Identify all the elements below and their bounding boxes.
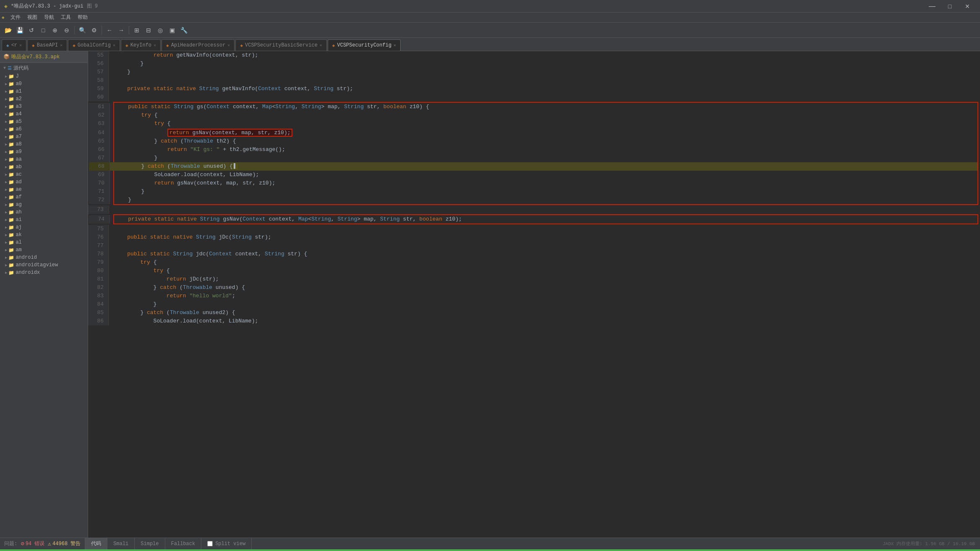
code-line-78: 78 public static String jdc(Context cont… (88, 250, 980, 258)
maximize-button[interactable]: □ (941, 0, 958, 12)
toolbar-zoom-out-btn[interactable]: ⊟ (143, 25, 154, 36)
status-tab-smali[interactable]: Smali (107, 538, 135, 549)
tab-baseapi[interactable]: ◈ BaseAPI ✕ (27, 39, 67, 51)
sidebar-item-ak[interactable]: ▶ 📁 ak (3, 231, 88, 239)
code-line-61: 61 public static String gs(Context conte… (89, 103, 977, 111)
code-line-85: 85 } catch (Throwable unused2) { (88, 309, 980, 317)
sources-icon: ☰ (8, 65, 12, 71)
menu-view[interactable]: 视图 (24, 13, 41, 22)
tab-vcspbasic[interactable]: ◈ VCSPSecurityBasicService ✕ (235, 39, 326, 51)
toolbar-search-btn[interactable]: 🔍 (77, 25, 88, 36)
status-split-view[interactable]: Split view (201, 538, 252, 549)
sidebar-item-ab[interactable]: ▶ 📁 ab (3, 163, 88, 171)
sidebar-item-a1[interactable]: ▶ 📁 a1 (3, 88, 88, 95)
toolbar-open-btn[interactable]: 📂 (3, 25, 13, 36)
sidebar-item-a8[interactable]: ▶ 📁 a8 (3, 140, 88, 148)
code-line-63: 63 try { (89, 120, 977, 128)
tab-vcspbasic-close[interactable]: ✕ (320, 43, 322, 48)
toolbar-sep1 (74, 26, 75, 34)
sidebar-item-ai[interactable]: ▶ 📁 ai (3, 216, 88, 224)
toolbar-zoom-reset-btn[interactable]: ◎ (155, 25, 166, 36)
sidebar-item-ah[interactable]: ▶ 📁 ah (3, 208, 88, 216)
toolbar-save-btn[interactable]: 💾 (14, 25, 25, 36)
tab-r-close[interactable]: ✕ (19, 43, 22, 48)
sidebar-item-ae[interactable]: ▶ 📁 ae (3, 186, 88, 193)
toolbar-fullscreen-btn[interactable]: ▣ (167, 25, 177, 36)
status-tab-code[interactable]: 代码 (85, 538, 107, 549)
code-line-68: 68 } catch (Throwable unused) {▌ (89, 162, 977, 171)
code-line-64: 64 return gsNav(context, map, str, z10); (89, 128, 977, 137)
tab-vcspbasic-icon: ◈ (240, 43, 243, 48)
sidebar-item-J[interactable]: ▶ 📁 J (3, 73, 88, 80)
tab-apiheader[interactable]: ◈ ApiHeaderProcessor ✕ (162, 39, 235, 51)
tab-vcspconfig[interactable]: ◈ VCSPSecurityConfig ✕ (328, 39, 401, 51)
status-tab-fallback[interactable]: Fallback (165, 538, 202, 549)
code-line-71: 71 } (89, 187, 977, 196)
toolbar: 📂 💾 ↺ □ ⊕ ⊖ 🔍 ⚙ ← → ⊞ ⊟ ◎ ▣ 🔧 (0, 23, 980, 38)
sidebar-item-a4[interactable]: ▶ 📁 a4 (3, 110, 88, 118)
tab-keyinfo[interactable]: ◈ KeyInfo ✕ (121, 39, 161, 51)
tab-r[interactable]: ◈ <r ✕ (2, 39, 26, 51)
menu-logo: ◈ (2, 15, 5, 20)
tab-gobalconfig-label: GobalConfig (78, 42, 111, 48)
sidebar-item-a6[interactable]: ▶ 📁 a6 (3, 125, 88, 133)
sidebar-item-am[interactable]: ▶ 📁 am (3, 246, 88, 254)
toolbar-forward-btn[interactable]: → (116, 25, 127, 36)
tab-gobalconfig-close[interactable]: ✕ (113, 43, 115, 48)
problems-label: 问题: (4, 540, 17, 547)
tab-gobalconfig[interactable]: ◈ GobalConfig ✕ (68, 39, 120, 51)
code-line-74: 74 private static native String gsNav(Co… (89, 215, 977, 224)
sidebar-item-ad[interactable]: ▶ 📁 ad (3, 178, 88, 186)
code-line-62: 62 try { (89, 111, 977, 120)
code-editor[interactable]: 55 return getNavInfo(context, str); 56 }… (88, 51, 980, 538)
status-tab-simple[interactable]: Simple (135, 538, 165, 549)
sidebar-item-aa[interactable]: ▶ 📁 aa (3, 156, 88, 163)
tab-keyinfo-label: KeyInfo (130, 42, 151, 48)
sidebar-item-a2[interactable]: ▶ 📁 a2 (3, 95, 88, 103)
tab-vcspbasic-label: VCSPSecurityBasicService (245, 42, 318, 48)
code-line-83: 83 return "hello world"; (88, 292, 980, 300)
sidebar-item-al[interactable]: ▶ 📁 al (3, 239, 88, 246)
main-content: 📦 唯品会v7.83.3.apk ▼ ☰ 源代码 ▶ 📁 J ▶ 📁 a (0, 51, 980, 538)
red-box-region-1: 61 public static String gs(Context conte… (113, 102, 978, 205)
tab-apiheader-close[interactable]: ✕ (227, 43, 230, 48)
toolbar-back-btn[interactable]: ← (104, 25, 115, 36)
toolbar-zoom-in-btn[interactable]: ⊞ (131, 25, 142, 36)
toolbar-settings-btn[interactable]: ⚙ (89, 25, 99, 36)
tab-baseapi-close[interactable]: ✕ (60, 43, 63, 48)
status-bar: 问题: ⊘ 94 错误 ⚠ 44968 警告 代码 Smali Simple F… (0, 538, 980, 549)
sidebar-item-a7[interactable]: ▶ 📁 a7 (3, 133, 88, 140)
sidebar-item-ac[interactable]: ▶ 📁 ac (3, 171, 88, 178)
menu-tools[interactable]: 工具 (57, 13, 74, 22)
sidebar-item-androidtagview[interactable]: ▶ 📁 androidtagview (3, 261, 88, 269)
toolbar-wrench-btn[interactable]: 🔧 (178, 25, 189, 36)
toolbar-stop-btn[interactable]: □ (38, 25, 49, 36)
tab-baseapi-label: BaseAPI (37, 42, 58, 48)
sidebar-item-a0[interactable]: ▶ 📁 a0 (3, 80, 88, 88)
code-line-77: 77 (88, 242, 980, 250)
sidebar-sources[interactable]: ▼ ☰ 源代码 (0, 63, 88, 73)
sidebar-item-ag[interactable]: ▶ 📁 ag (3, 201, 88, 208)
tab-vcspconfig-close[interactable]: ✕ (394, 43, 396, 48)
toolbar-export-btn[interactable]: ⊕ (50, 25, 60, 36)
sidebar-item-androidx[interactable]: ▶ 📁 androidx (3, 269, 88, 276)
minimize-button[interactable]: — (924, 0, 941, 12)
code-line-86: 86 SoLoader.load(context, LibName); (88, 317, 980, 325)
code-line-56: 56 } (88, 60, 980, 68)
menu-help[interactable]: 帮助 (74, 13, 91, 22)
toolbar-decompile-btn[interactable]: ⊖ (61, 25, 72, 36)
split-view-checkbox[interactable] (207, 541, 213, 546)
sidebar-item-af[interactable]: ▶ 📁 af (3, 193, 88, 201)
toolbar-refresh-btn[interactable]: ↺ (26, 25, 37, 36)
sidebar-item-a9[interactable]: ▶ 📁 a9 (3, 148, 88, 156)
close-button[interactable]: ✕ (959, 0, 976, 12)
toolbar-sep2 (102, 26, 102, 34)
sidebar-item-a5[interactable]: ▶ 📁 a5 (3, 118, 88, 125)
menu-file[interactable]: 文件 (7, 13, 24, 22)
menu-nav[interactable]: 导航 (41, 13, 57, 22)
sidebar-item-a3[interactable]: ▶ 📁 a3 (3, 103, 88, 110)
sidebar-item-aj[interactable]: ▶ 📁 aj (3, 224, 88, 231)
tab-keyinfo-close[interactable]: ✕ (154, 43, 156, 48)
errors-count: ⊘ 94 错误 (21, 540, 44, 547)
sidebar-item-android[interactable]: ▶ 📁 android (3, 254, 88, 261)
